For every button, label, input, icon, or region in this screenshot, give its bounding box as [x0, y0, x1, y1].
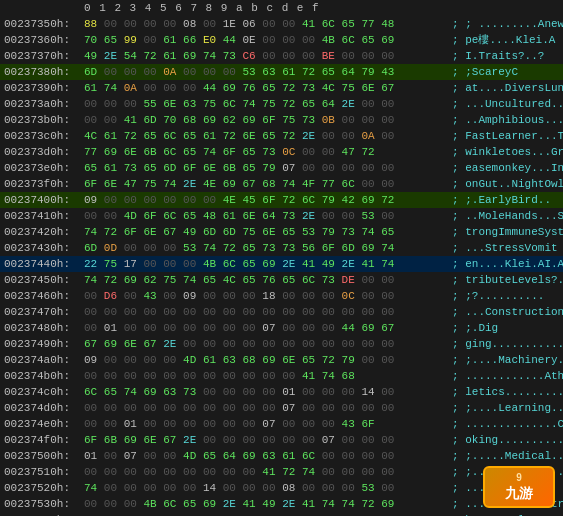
hex-byte: 6F	[262, 194, 275, 206]
hex-bytes: 74 72 6F 6E 67 49 6D 6D 75 6E 65 53 79 7…	[84, 224, 444, 240]
hex-byte: 00	[282, 338, 295, 350]
hex-byte: 69	[243, 450, 256, 462]
hex-byte: 0A	[163, 66, 176, 78]
hex-byte: 00	[243, 418, 256, 430]
hex-byte: 74	[183, 274, 196, 286]
hex-byte: 65	[322, 66, 335, 78]
hex-byte: 0B	[322, 114, 335, 126]
hex-address: 00237470h:	[4, 304, 84, 320]
hex-byte: 74	[203, 50, 216, 62]
hex-byte: 00	[143, 194, 156, 206]
hex-address: 002373a0h:	[4, 96, 84, 112]
hex-byte: 65	[183, 210, 196, 222]
hex-byte: 61	[104, 130, 117, 142]
hex-byte: 00	[282, 434, 295, 446]
table-row: 00237410h:00 00 4D 6F 6C 65 48 61 6E 64 …	[0, 208, 563, 224]
hex-address: 00237540h:	[4, 512, 84, 516]
hex-byte: 00	[381, 98, 394, 110]
hex-byte: 6D	[203, 226, 216, 238]
hex-byte: 00	[381, 114, 394, 126]
hex-byte: 76	[243, 82, 256, 94]
hex-byte: 00	[124, 498, 137, 510]
hex-byte: 74	[84, 226, 97, 238]
hex-byte: 00	[322, 162, 335, 174]
hex-byte: 00	[243, 434, 256, 446]
hex-byte: 00	[243, 402, 256, 414]
hex-byte: 53	[302, 226, 315, 238]
hex-byte: 00	[163, 18, 176, 30]
hex-bytes: 00 00 4D 6F 6C 65 48 61 6E 64 73 2E 00 0…	[84, 208, 444, 224]
hex-address: 002374c0h:	[4, 384, 84, 400]
hex-byte: 6C	[342, 34, 355, 46]
hex-byte: 00	[262, 50, 275, 62]
hex-byte: 72	[282, 466, 295, 478]
hex-byte: 72	[104, 274, 117, 286]
hex-byte: 00	[124, 466, 137, 478]
hex-byte: 00	[143, 306, 156, 318]
hex-byte: 65	[302, 98, 315, 110]
hex-byte: 68	[262, 178, 275, 190]
hex-byte: 00	[361, 274, 374, 286]
hex-address: 00237350h:	[4, 16, 84, 32]
hex-address: 00237390h:	[4, 80, 84, 96]
hex-byte: 00	[282, 50, 295, 62]
table-row: 002374d0h:00 00 00 00 00 00 00 00 00 00 …	[0, 400, 563, 416]
hex-byte: 70	[84, 34, 97, 46]
hex-byte: 63	[223, 354, 236, 366]
hex-byte: 65	[243, 162, 256, 174]
hex-byte: 00	[342, 114, 355, 126]
hex-byte: 42	[342, 194, 355, 206]
hex-byte: 6C	[163, 210, 176, 222]
hex-byte: 00	[262, 482, 275, 494]
hex-byte: 22	[84, 258, 97, 270]
hex-byte: 69	[223, 82, 236, 94]
hex-byte: 01	[124, 418, 137, 430]
hex-bytes: 74 72 69 62 75 74 65 4C 65 76 65 6C 73 D…	[84, 272, 444, 288]
hex-byte: 6F	[143, 210, 156, 222]
hex-byte: 61	[163, 50, 176, 62]
hex-bytes: 00 00 01 00 00 00 00 00 00 07 00 00 00 4…	[84, 416, 444, 432]
hex-byte: 62	[143, 274, 156, 286]
hex-byte: 00	[183, 370, 196, 382]
hex-byte: 00	[243, 386, 256, 398]
hex-byte: 00	[84, 498, 97, 510]
hex-byte: 61	[203, 354, 216, 366]
hex-byte: 41	[124, 114, 137, 126]
table-row: 002374c0h:6C 65 74 69 63 73 00 00 00 00 …	[0, 384, 563, 400]
hex-byte: 41	[302, 370, 315, 382]
ascii-col: ; onGut..NightOwl	[444, 176, 559, 192]
hex-byte: 00	[381, 178, 394, 190]
hex-byte: 00	[104, 354, 117, 366]
watermark: 9 九游	[483, 466, 555, 508]
hex-byte: 6D	[143, 114, 156, 126]
hex-byte: 77	[361, 18, 374, 30]
hex-byte: 00	[282, 306, 295, 318]
hex-byte: 70	[163, 114, 176, 126]
hex-byte: 00	[163, 354, 176, 366]
hex-byte: 00	[322, 210, 335, 222]
hex-byte: 75	[163, 274, 176, 286]
hex-bytes: 00 00 00 4B 6C 65 69 2E 41 49 2E 41 74 7…	[84, 496, 444, 512]
ascii-col: ; oking...........	[444, 432, 559, 448]
hex-byte: 00	[302, 50, 315, 62]
hex-byte: 74	[163, 178, 176, 190]
hex-byte: 00	[124, 402, 137, 414]
hex-byte: 53	[183, 242, 196, 254]
hex-address: 00237430h:	[4, 240, 84, 256]
hex-byte: 2E	[302, 210, 315, 222]
hex-byte: 69	[223, 178, 236, 190]
hex-byte: 00	[84, 418, 97, 430]
hex-byte: 69	[104, 146, 117, 158]
hex-byte: 74	[84, 274, 97, 286]
hex-byte: 6F	[322, 242, 335, 254]
hex-byte: 00	[322, 466, 335, 478]
hex-byte: 00	[223, 338, 236, 350]
hex-byte: 00	[361, 114, 374, 126]
hex-byte: 00	[124, 18, 137, 30]
hex-byte: 00	[203, 386, 216, 398]
hex-byte: 00	[361, 98, 374, 110]
hex-byte: 69	[381, 498, 394, 510]
hex-byte: 74	[381, 242, 394, 254]
hex-byte: 6E	[163, 98, 176, 110]
hex-byte: 00	[243, 338, 256, 350]
